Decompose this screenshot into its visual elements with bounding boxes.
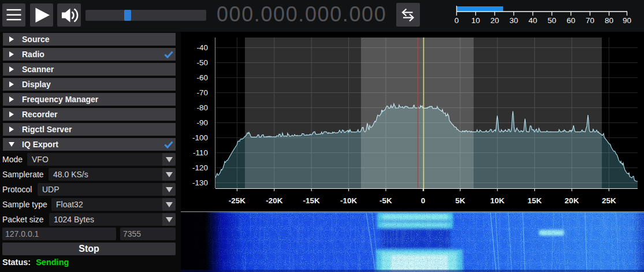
- svg-text:-70: -70: [196, 88, 208, 97]
- svg-text:60: 60: [567, 16, 575, 25]
- svg-text:50: 50: [548, 16, 556, 25]
- svg-text:25K: 25K: [602, 196, 616, 205]
- svg-text:40: 40: [528, 16, 537, 25]
- svg-text:-40: -40: [196, 43, 208, 52]
- svg-text:-10K: -10K: [340, 196, 358, 205]
- svg-text:5K: 5K: [455, 196, 466, 205]
- svg-text:-100: -100: [192, 133, 208, 142]
- svg-text:30: 30: [509, 16, 518, 25]
- svg-text:-130: -130: [192, 178, 208, 187]
- svg-text:-5K: -5K: [379, 196, 392, 205]
- svg-text:-60: -60: [196, 73, 208, 82]
- svg-text:10K: 10K: [490, 196, 505, 205]
- svg-text:-50: -50: [196, 58, 208, 67]
- svg-text:80: 80: [605, 16, 613, 25]
- svg-text:15K: 15K: [527, 196, 542, 205]
- svg-text:70: 70: [586, 16, 594, 25]
- svg-text:-80: -80: [196, 103, 208, 112]
- svg-text:-25K: -25K: [229, 196, 246, 205]
- svg-text:-120: -120: [192, 163, 208, 172]
- svg-text:20K: 20K: [565, 196, 579, 205]
- svg-text:-15K: -15K: [303, 196, 321, 205]
- svg-text:90: 90: [623, 16, 631, 25]
- svg-text:-90: -90: [196, 118, 208, 127]
- svg-text:-110: -110: [193, 148, 208, 157]
- svg-text:0: 0: [455, 16, 459, 25]
- svg-text:0: 0: [421, 196, 426, 205]
- svg-text:-20K: -20K: [266, 196, 283, 205]
- svg-text:10: 10: [471, 16, 480, 25]
- svg-text:20: 20: [490, 16, 499, 25]
